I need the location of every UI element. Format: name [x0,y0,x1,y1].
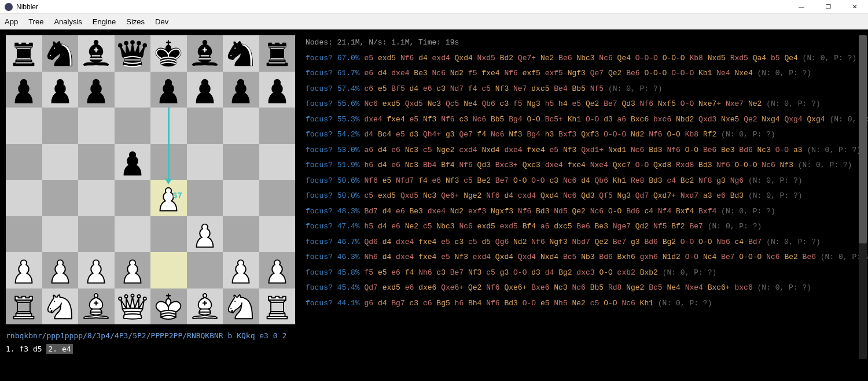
white-bishop-icon[interactable] [188,290,222,323]
board-square[interactable] [187,288,223,325]
white-pawn-icon[interactable] [116,253,149,287]
move-list[interactable]: 1. f3 d5 2. e4 [6,345,295,353]
board-square[interactable] [223,288,259,325]
board-square[interactable] [115,144,151,180]
board-square[interactable] [115,108,151,144]
board-square[interactable] [259,252,296,288]
board-square[interactable] [78,288,115,325]
menu-sizes[interactable]: Sizes [126,17,145,26]
board-square[interactable] [150,72,187,108]
board-square[interactable] [223,180,259,216]
engine-line[interactable]: focus? 51.9% h6 d4 e6 Nc3 Bb4 Bf4 Nf6 Qd… [306,158,863,173]
board-square[interactable] [42,144,79,180]
white-pawn-icon[interactable] [79,253,113,287]
board-square[interactable] [78,108,115,144]
board-square[interactable] [223,108,259,144]
menu-app[interactable]: App [5,17,18,26]
engine-line[interactable]: focus? 67.0% e5 exd5 Nf6 d4 exd4 Qxd4 Nx… [306,51,863,66]
engine-line[interactable]: focus? 48.3% Bd7 d4 e6 Be3 dxe4 Nd2 exf3… [306,204,863,220]
white-pawn-icon[interactable] [260,253,294,287]
black-pawn-icon[interactable] [7,73,41,106]
board-square[interactable] [223,252,259,288]
menu-dev[interactable]: Dev [155,17,168,26]
engine-line[interactable]: focus? 45.4% Qd7 exd5 e6 dxe6 Qxe6+ Qe2 … [306,280,863,296]
board-square[interactable] [259,288,296,325]
black-bishop-icon[interactable] [79,36,113,70]
board-square[interactable] [150,216,187,253]
board-square[interactable] [42,180,79,216]
board-square[interactable] [115,216,151,253]
board-square[interactable] [187,72,223,108]
white-rook-icon[interactable] [260,290,294,323]
board-square[interactable] [6,35,42,72]
board-square[interactable] [223,72,259,108]
engine-line[interactable]: focus? 44.1% g6 d4 Bg7 c3 c6 Bg5 h6 Bh4 … [306,296,863,312]
menu-analysis[interactable]: Analysis [54,17,82,26]
board-square[interactable] [187,108,223,144]
board-square[interactable] [259,108,296,144]
board-square[interactable] [6,216,42,253]
menu-tree[interactable]: Tree [28,17,43,26]
board-square[interactable] [115,288,151,325]
close-button[interactable]: ✕ [841,0,868,13]
menu-engine[interactable]: Engine [93,17,116,26]
board-square[interactable] [115,35,151,72]
white-knight-icon[interactable] [224,290,258,323]
board-square[interactable] [42,252,79,288]
board-square[interactable] [187,35,223,72]
white-pawn-icon[interactable] [43,253,77,287]
board-square[interactable] [78,72,115,108]
black-knight-icon[interactable] [224,36,258,70]
board-square[interactable] [42,108,79,144]
engine-line[interactable]: focus? 61.7% e6 d4 dxe4 Be3 Nc6 Nd2 f5 f… [306,66,863,82]
board-square[interactable] [6,72,42,108]
board-square[interactable] [115,180,151,216]
engine-line[interactable]: focus? 47.4% h5 d4 e6 Ne2 c5 Nbc3 Nc6 ex… [306,219,863,235]
engine-line[interactable]: focus? 54.2% d4 Bc4 e5 d3 Qh4+ g3 Qe7 f4… [306,127,863,143]
board-square[interactable] [223,35,259,72]
white-queen-icon[interactable] [116,290,149,323]
board-square[interactable] [259,144,296,180]
board-square[interactable] [223,216,259,253]
white-pawn-icon[interactable] [188,217,222,251]
scroll-thumb[interactable] [859,35,867,243]
board-square[interactable] [6,108,42,144]
engine-line[interactable]: focus? 53.0% a6 d4 e6 Nc3 c5 Nge2 cxd4 N… [306,143,863,158]
board-square[interactable] [42,216,79,253]
board-square[interactable] [78,35,115,72]
board-square[interactable] [6,180,42,216]
black-rook-icon[interactable] [260,36,294,70]
board-square[interactable] [78,144,115,180]
maximize-button[interactable]: ❐ [815,0,841,13]
black-bishop-icon[interactable] [188,36,222,70]
black-pawn-icon[interactable] [79,73,113,106]
board-square[interactable] [6,288,42,325]
black-pawn-icon[interactable] [43,73,77,106]
board-square[interactable] [42,35,79,72]
engine-line[interactable]: focus? 50.6% Nf6 e5 Nfd7 f4 e6 Nf3 c5 Be… [306,173,863,189]
board-square[interactable] [259,72,296,108]
board-square[interactable] [187,216,223,253]
engine-line[interactable]: focus? 45.8% f5 e5 e6 f4 Nh6 c3 Be7 Nf3 … [306,265,863,281]
white-pawn-icon[interactable] [7,253,41,287]
board-square[interactable] [6,144,42,180]
board-square[interactable] [78,216,115,253]
black-knight-icon[interactable] [43,36,77,70]
white-knight-icon[interactable] [43,290,77,323]
white-rook-icon[interactable] [7,290,41,323]
board-square[interactable] [150,252,187,288]
white-bishop-icon[interactable] [79,290,113,323]
board-square[interactable] [78,180,115,216]
board-square[interactable] [259,216,296,253]
board-square[interactable] [150,288,187,325]
board-square[interactable] [187,144,223,180]
board-square[interactable] [78,252,115,288]
board-square[interactable] [6,252,42,288]
board-square[interactable] [223,144,259,180]
chess-board[interactable]: 67 [6,35,295,324]
black-rook-icon[interactable] [7,36,41,70]
board-square[interactable] [187,180,223,216]
black-pawn-icon[interactable] [224,73,258,106]
board-square[interactable] [259,35,296,72]
black-pawn-icon[interactable] [116,145,149,179]
